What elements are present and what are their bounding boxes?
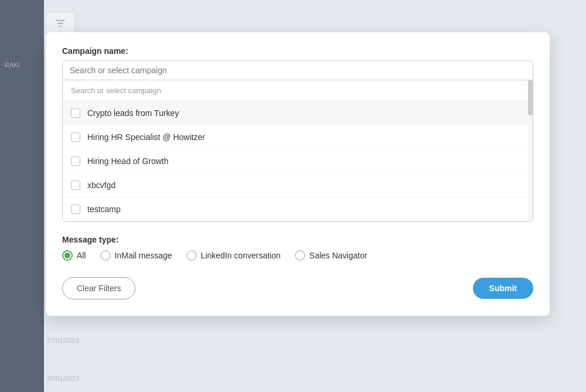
campaign-checkbox-1[interactable] (71, 108, 80, 118)
campaign-checkbox-3[interactable] (71, 156, 80, 166)
campaign-checkbox-2[interactable] (71, 132, 80, 142)
message-type-section: Message type: All InMail message LinkedI… (62, 235, 533, 261)
scrollbar-track (528, 80, 533, 221)
radio-circle-sales[interactable] (295, 250, 305, 261)
radio-label-sales: Sales Navigator (309, 251, 367, 260)
campaign-option-5[interactable]: testcamp (63, 197, 533, 221)
dropdown-search-hint: Search or select campaign (63, 80, 533, 101)
campaign-option-3[interactable]: Hiring Head of Growth (63, 149, 533, 173)
submit-button[interactable]: Submit (473, 278, 533, 299)
campaign-option-4[interactable]: xbcvfgd (63, 173, 533, 197)
radio-option-sales[interactable]: Sales Navigator (295, 250, 367, 261)
campaign-search-input[interactable] (62, 60, 533, 80)
radio-option-inmail[interactable]: InMail message (100, 250, 172, 261)
radio-option-all[interactable]: All (62, 250, 86, 261)
campaign-name-3: Hiring Head of Growth (87, 156, 169, 166)
campaign-option-2[interactable]: Hiring HR Specialist @ Howitzer (63, 125, 533, 149)
clear-filters-button[interactable]: Clear Filters (62, 277, 135, 299)
campaign-name-2: Hiring HR Specialist @ Howitzer (87, 132, 205, 142)
radio-label-all: All (77, 251, 86, 260)
radio-circle-linkedin[interactable] (186, 250, 197, 261)
campaign-checkbox-5[interactable] (71, 204, 80, 214)
campaign-section: Campaign name: Search or select campaign… (62, 46, 533, 222)
campaign-section-label: Campaign name: (62, 46, 533, 56)
scrollbar-thumb[interactable] (528, 80, 533, 115)
radio-label-linkedin: LinkedIn conversation (201, 251, 281, 260)
campaign-dropdown: Search or select campaign Crypto leads f… (62, 80, 533, 222)
radio-inner-all (64, 253, 70, 258)
filter-modal: Campaign name: Search or select campaign… (46, 32, 550, 316)
search-input-wrapper (62, 60, 533, 80)
radio-option-linkedin[interactable]: LinkedIn conversation (186, 250, 281, 261)
footer-actions: Clear Filters Submit (62, 277, 533, 299)
campaign-name-4: xbcvfgd (87, 180, 115, 190)
campaign-checkbox-4[interactable] (71, 180, 80, 190)
campaign-name-1: Crypto leads from Turkey (87, 108, 179, 118)
radio-circle-all[interactable] (62, 250, 73, 261)
radio-label-inmail: InMail message (115, 251, 172, 260)
campaign-name-5: testcamp (87, 204, 121, 214)
message-type-radio-group: All InMail message LinkedIn conversation… (62, 250, 533, 261)
message-type-label: Message type: (62, 235, 533, 244)
campaign-option-1[interactable]: Crypto leads from Turkey (63, 101, 533, 125)
radio-circle-inmail[interactable] (100, 250, 111, 261)
